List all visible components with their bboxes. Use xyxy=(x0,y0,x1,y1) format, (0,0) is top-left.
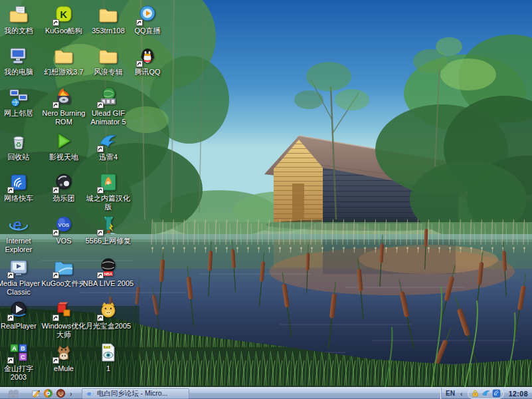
fix-5566-icon xyxy=(98,214,119,235)
internet-explorer-icon: e xyxy=(8,214,29,235)
icon-label: Nero BurningROM xyxy=(43,109,86,126)
tencent-qq-icon xyxy=(137,45,158,66)
my-computer-icon xyxy=(8,45,29,66)
shortcut-arrow-icon xyxy=(97,187,104,194)
shortcut-arrow-icon xyxy=(7,357,14,364)
folder-game-icon xyxy=(53,45,74,66)
desktop-icon-tencent-qq[interactable]: 腾讯QQ xyxy=(120,45,175,76)
clock[interactable]: 12:08 xyxy=(509,390,528,398)
kugoo-folder-icon xyxy=(53,257,74,278)
shortcut-arrow-icon xyxy=(52,102,59,108)
o2jam-icon xyxy=(53,172,74,193)
language-indicator[interactable]: EN xyxy=(446,390,456,397)
svg-text:B: B xyxy=(21,345,25,352)
shortcut-arrow-icon xyxy=(52,229,59,236)
moonbox-2005-icon xyxy=(98,299,119,321)
quick-launch-media-player-icon[interactable] xyxy=(42,388,54,399)
icon-label: 网上邻居 xyxy=(4,109,33,118)
flashget-icon xyxy=(8,172,29,193)
shortcut-arrow-icon xyxy=(7,272,14,279)
quick-launch-qq-face-icon[interactable] xyxy=(54,388,67,399)
tray-collapse-icon[interactable]: ‹ xyxy=(458,388,466,399)
tray-china-telecom-icon[interactable] xyxy=(492,389,501,398)
icon-label: Windows优化大师 xyxy=(42,322,86,339)
icon-label: InternetExplorer xyxy=(5,237,33,254)
tray-security-lock-icon[interactable] xyxy=(471,389,480,398)
shortcut-arrow-icon xyxy=(97,315,104,321)
nero-burning-rom-icon xyxy=(53,86,74,108)
icon-label: 风浪专辑 xyxy=(94,68,123,76)
icon-label: KuGoo文件夹 xyxy=(41,279,86,288)
desktop-icon-moonbox-2005[interactable]: 月光宝盒2005 xyxy=(80,299,136,331)
svg-text:K: K xyxy=(60,9,68,20)
svg-text:C: C xyxy=(21,354,25,360)
shortcut-arrow-icon xyxy=(97,272,104,279)
network-places-icon xyxy=(8,86,29,108)
desktop-icon-ulead-gif-animator[interactable]: Ulead GIFAnimator 5 xyxy=(80,86,136,126)
folder-353trn108-icon xyxy=(98,4,119,25)
start-button[interactable] xyxy=(0,388,29,399)
icon-label: KuGoo酷狗 xyxy=(45,27,82,35)
icon-label: 我的文档 xyxy=(4,27,33,35)
shortcut-arrow-icon xyxy=(7,187,14,194)
svg-text:VOS: VOS xyxy=(58,222,70,228)
internet-explorer-icon: e xyxy=(86,389,94,398)
icon-label: 5566上网修复 xyxy=(86,237,131,245)
desktop-icon-fix-5566[interactable]: 5566上网修复 xyxy=(80,214,136,245)
icon-label: 影视天地 xyxy=(49,153,78,162)
shortcut-arrow-icon xyxy=(52,187,59,194)
quick-launch-bar xyxy=(29,388,67,399)
shortcut-arrow-icon xyxy=(97,102,104,108)
xunlei-4-icon xyxy=(98,130,119,152)
icon-label: 我的电脑 xyxy=(4,68,33,76)
task-button-ie[interactable]: e 电白同乡论坛 - Micro... xyxy=(82,388,189,399)
kugoo-icon: K xyxy=(53,4,74,25)
icon-label: RealPlayer xyxy=(1,322,37,331)
my-documents-icon xyxy=(8,4,29,25)
svg-text:e: e xyxy=(13,215,21,233)
tray-thunder-icon[interactable] xyxy=(482,389,490,398)
icon-label: 城之内篇汉化版 xyxy=(86,194,130,211)
task-button-label: 电白同乡论坛 - Micro... xyxy=(97,389,168,398)
shortcut-arrow-icon xyxy=(136,19,143,26)
system-tray: EN ‹ 12:08 xyxy=(441,388,532,399)
chengzhinei-icon xyxy=(98,172,119,193)
ulead-gif-animator-icon xyxy=(98,86,119,108)
vos-icon: VOS xyxy=(53,214,74,235)
svg-text:NBA: NBA xyxy=(104,272,112,276)
media-player-classic-icon xyxy=(8,257,29,278)
quick-launch-expand-icon[interactable]: › xyxy=(67,388,75,399)
desktop-icon-xunlei-4[interactable]: 迅雷4 xyxy=(80,130,136,162)
svg-text:♻: ♻ xyxy=(16,141,22,148)
quick-launch-show-desktop-icon[interactable] xyxy=(29,388,42,399)
shortcut-arrow-icon xyxy=(52,19,59,26)
icon-label: 金山打字2003 xyxy=(4,364,33,382)
desktop-icon-qq-live[interactable]: QQ直播 xyxy=(120,4,175,35)
icon-label: 迅雷4 xyxy=(99,153,118,162)
icon-label: Ulead GIFAnimator 5 xyxy=(90,109,126,126)
svg-text:JPG: JPG xyxy=(105,346,110,348)
icon-label: Media PlayerClassic xyxy=(0,279,40,297)
shortcut-arrow-icon xyxy=(52,315,59,321)
image-1-icon: JPG xyxy=(98,342,119,363)
taskbar: › e 电白同乡论坛 - Micro... EN ‹ 12:08 xyxy=(0,387,532,399)
icon-label: 劲乐团 xyxy=(53,194,75,203)
desktop[interactable]: 我的文档KKuGoo酷狗353trn108QQ直播我的电脑幻想游戏3.7风浪专辑… xyxy=(0,0,532,387)
folder-album-icon xyxy=(98,45,119,66)
icon-label: 月光宝盒2005 xyxy=(86,322,131,331)
windows-youhua-dashi-icon xyxy=(53,299,74,321)
emule-icon xyxy=(53,342,74,363)
icon-label: 回收站 xyxy=(8,153,30,162)
desktop-icon-nba-live-2005[interactable]: NBANBA LIVE 2005 xyxy=(80,257,136,288)
shortcut-arrow-icon xyxy=(7,315,14,321)
icon-label: 幻想游戏3.7 xyxy=(44,68,83,76)
movie-land-icon xyxy=(53,130,74,152)
icon-label: QQ直播 xyxy=(134,27,160,35)
tray-icons xyxy=(468,388,504,399)
desktop-icon-image-1[interactable]: JPG1 xyxy=(80,342,136,373)
jinshan-typing-2003-icon: ABC xyxy=(8,342,29,363)
qq-live-icon xyxy=(137,4,158,25)
desktop-icon-chengzhinei[interactable]: 城之内篇汉化版 xyxy=(80,172,136,211)
shortcut-arrow-icon xyxy=(52,357,59,364)
nba-live-2005-icon: NBA xyxy=(98,257,119,278)
